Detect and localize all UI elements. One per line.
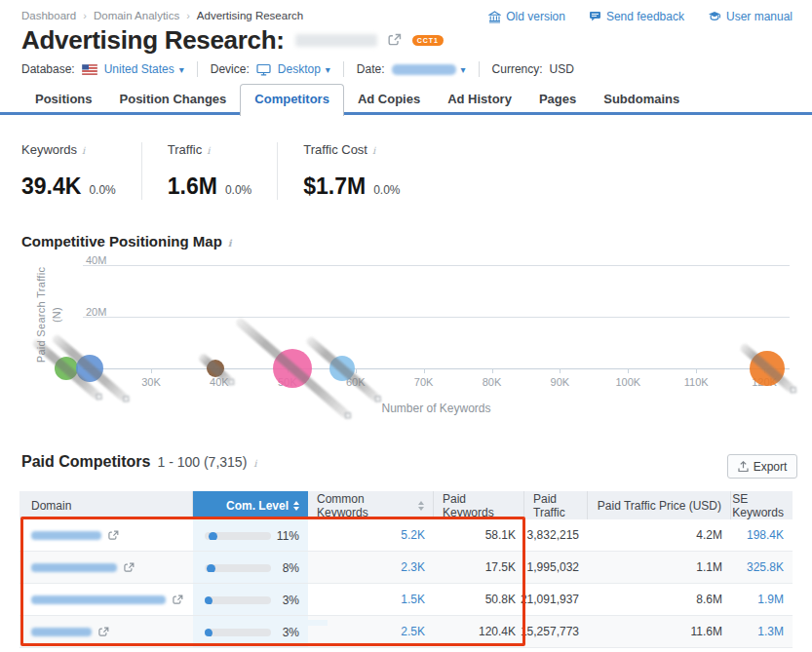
column-header-paid-traffic-price-usd[interactable]: Paid Traffic Price (USD): [588, 491, 731, 519]
table-row-4: 3%2.5K120.4K15,257,77311.6M1.3M: [19, 616, 793, 648]
blurred-domain-name: [295, 34, 377, 47]
competition-level-cell: 11%: [193, 519, 308, 551]
open-domain-icon[interactable]: [173, 594, 183, 605]
tab-positions[interactable]: Positions: [21, 85, 106, 114]
column-header-paid-keywords[interactable]: Paid Keywords: [434, 491, 524, 519]
export-label: Export: [754, 460, 788, 474]
column-header-paid-traffic[interactable]: Paid Traffic: [524, 491, 588, 519]
info-icon[interactable]: i: [372, 145, 375, 156]
column-header-com-level[interactable]: Com. Level: [193, 491, 308, 519]
x-tick-label-30k: 30K: [130, 376, 173, 388]
filter-divider: [479, 61, 480, 77]
se-keywords-link[interactable]: 1.9M: [757, 593, 784, 606]
streak-end-diamond: [374, 396, 380, 402]
open-domain-icon[interactable]: [124, 562, 135, 573]
database-select[interactable]: United States: [104, 62, 174, 76]
filter-divider: [197, 61, 198, 77]
column-header-label: Paid Traffic Price (USD): [598, 499, 721, 513]
open-in-new-icon[interactable]: [388, 33, 402, 47]
paid-keywords-cell: 17.5K: [434, 552, 524, 583]
domain-cell[interactable]: [19, 519, 193, 551]
currency-label: Currency:: [492, 62, 543, 76]
tab-ad-copies[interactable]: Ad Copies: [344, 85, 434, 114]
common-keywords-link[interactable]: 5.2K: [401, 528, 425, 542]
x-axis-line: [83, 368, 790, 369]
blurred-date-value[interactable]: [392, 64, 456, 75]
send-feedback-label: Send feedback: [606, 10, 684, 23]
breadcrumb: Dashboard›Domain Analytics›Advertising R…: [21, 10, 303, 21]
competition-level-dot: [205, 596, 213, 604]
column-header-common-keywords[interactable]: Common Keywords: [308, 491, 434, 519]
currency-value: USD: [550, 62, 574, 76]
chevron-down-icon[interactable]: ▾: [179, 64, 184, 75]
blurred-domain: [31, 628, 92, 636]
se-keywords-link[interactable]: 325.8K: [747, 560, 784, 574]
paid-traffic-price-cell: 11.6M: [588, 616, 731, 647]
paid-traffic-cell: 21,091,937: [524, 584, 588, 615]
tab-ad-history[interactable]: Ad History: [434, 85, 525, 114]
se-keywords-link[interactable]: 1.3M: [757, 625, 784, 638]
sort-icon[interactable]: [418, 501, 424, 511]
breadcrumb-item-dashboard[interactable]: Dashboard: [21, 10, 76, 21]
competition-level-cell: 8%: [193, 552, 308, 583]
old-version-link[interactable]: Old version: [488, 10, 565, 23]
x-tick-mark: [356, 368, 357, 373]
chevron-down-icon[interactable]: ▾: [461, 64, 466, 75]
breadcrumb-item-domain-analytics[interactable]: Domain Analytics: [94, 10, 179, 21]
column-header-label: Domain: [31, 499, 71, 513]
se-keywords-cell: 1.9M: [731, 584, 793, 615]
column-header-label: Paid Keywords: [443, 492, 515, 519]
competition-level-bar: [205, 596, 271, 604]
x-tick-label-90k: 90K: [538, 376, 581, 388]
info-icon[interactable]: i: [207, 145, 210, 156]
tab-competitors[interactable]: Competitors: [240, 84, 344, 116]
column-header-se-keywords[interactable]: SE Keywords: [731, 491, 793, 519]
x-tick-mark: [628, 368, 629, 373]
export-button[interactable]: Export: [727, 454, 797, 479]
x-tick-label-100k: 100K: [606, 376, 649, 388]
send-feedback-link[interactable]: Send feedback: [589, 10, 684, 23]
table-row-1: 11%5.2K58.1K3,832,2154.2M198.4K: [19, 519, 793, 552]
database-label: Database:: [21, 62, 75, 76]
graduation-cap-icon: [708, 11, 721, 22]
monitor-icon: [256, 63, 271, 76]
common-keywords-link[interactable]: 2.3K: [401, 560, 425, 574]
paid-traffic-price-cell: 1.1M: [588, 552, 731, 583]
user-manual-link[interactable]: User manual: [708, 10, 793, 23]
domain-cell[interactable]: [19, 552, 193, 583]
tab-position-changes[interactable]: Position Changes: [106, 85, 241, 114]
blurred-domain: [31, 563, 117, 572]
se-keywords-cell: 325.8K: [731, 552, 793, 583]
metric-traffic-cost: Traffic Costi $1.7M0.0%: [303, 142, 425, 200]
tab-pages[interactable]: Pages: [525, 85, 590, 114]
column-header-label: Common Keywords: [317, 492, 413, 519]
us-flag-icon: [82, 64, 97, 75]
bank-icon: [488, 11, 501, 23]
common-keywords-link[interactable]: 1.5K: [401, 593, 425, 606]
sort-icon[interactable]: [293, 501, 299, 511]
device-select[interactable]: Desktop: [278, 62, 321, 76]
paid-traffic-cell: 1,995,032: [524, 552, 588, 583]
paid-traffic-price-cell: 8.6M: [588, 584, 731, 615]
metric-change: 0.0%: [89, 183, 115, 197]
info-icon[interactable]: i: [82, 145, 85, 156]
info-icon[interactable]: i: [253, 458, 256, 469]
common-keywords-link[interactable]: 2.5K: [401, 625, 425, 638]
paid-traffic-cell: 15,257,773: [524, 616, 588, 647]
chevron-down-icon[interactable]: ▾: [326, 64, 330, 75]
domain-cell[interactable]: [19, 616, 193, 647]
paid-keywords-cell: 50.8K: [434, 584, 524, 615]
open-domain-icon[interactable]: [108, 530, 119, 541]
competition-level-bar: [205, 532, 271, 540]
x-tick-label-70k: 70K: [403, 376, 445, 388]
domain-cell[interactable]: [19, 584, 193, 615]
tab-subdomains[interactable]: Subdomains: [590, 85, 693, 114]
info-icon[interactable]: i: [228, 238, 232, 249]
se-keywords-link[interactable]: 198.4K: [747, 528, 784, 542]
open-domain-icon[interactable]: [98, 627, 109, 637]
metric-traffic: Traffici 1.6M0.0%: [168, 142, 279, 200]
column-header-domain[interactable]: Domain: [19, 491, 193, 519]
paid-traffic-price-cell: 4.2M: [588, 519, 731, 551]
export-icon: [738, 461, 749, 473]
metric-value: $1.7M: [303, 173, 366, 200]
